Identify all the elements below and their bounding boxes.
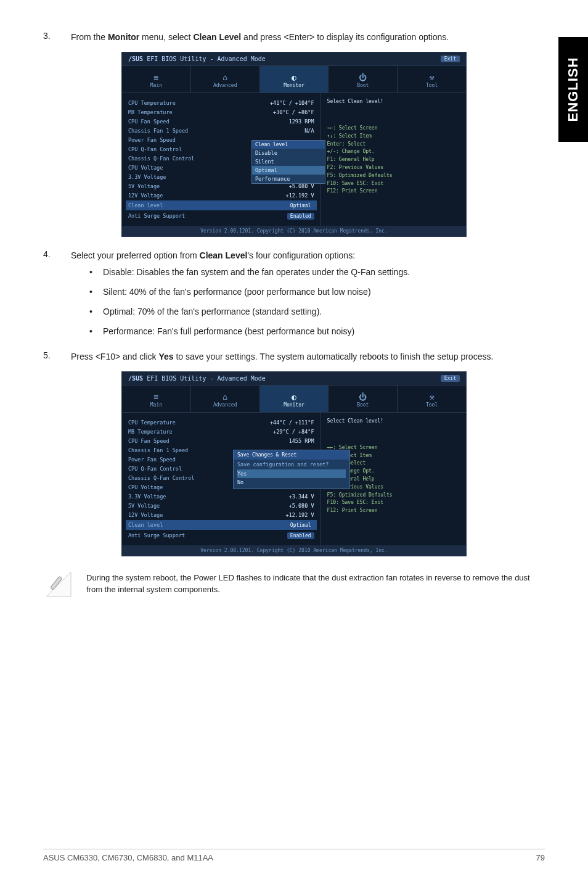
bios-row: MB Temperature+30°C / +86°F (128, 107, 314, 117)
dialog-message: Save configuration and reset? (237, 461, 346, 468)
step-4: 4. Select your preferred option from Cle… (43, 249, 545, 345)
gauge-icon: ◐ (292, 393, 296, 401)
bios-row: 3.3V Voltage+3.344 V (128, 492, 314, 501)
step-body: Select your preferred option from Clean … (71, 249, 545, 345)
tab-advanced[interactable]: ⌂Advanced (191, 386, 260, 412)
bios-help-pane: Select Clean level! →←: Select Screen↑↓:… (321, 93, 466, 226)
bios-tabs: ≡Main ⌂Advanced ◐Monitor ⏻Boot ⚒Tool (122, 386, 466, 413)
step-5: 5. Press <F10> and click Yes to save you… (43, 350, 545, 363)
tab-tool[interactable]: ⚒Tool (398, 66, 466, 93)
step-number: 4. (43, 249, 71, 345)
tab-tool[interactable]: ⚒Tool (398, 386, 466, 412)
help-line: F1: General Help (327, 156, 460, 164)
power-icon: ⏻ (359, 73, 367, 81)
save-confirm-dialog: Save Changes & Reset Save configuration … (233, 450, 350, 489)
bullet-item: Optimal: 70% of the fan's performance (s… (89, 305, 545, 318)
bios-version: Version 2.00.1201. Copyright (C) 2010 Am… (122, 545, 466, 556)
bios-version: Version 2.00.1201. Copyright (C) 2010 Am… (122, 226, 466, 236)
list-icon: ≡ (153, 393, 158, 401)
bios-screenshot-2: /SUS EFI BIOS Utility - Advanced Mode Ex… (121, 371, 467, 556)
bios-row: CPU Fan Speed1455 RPM (128, 436, 314, 445)
bios-tabs: ≡Main ⌂Advanced ◐Monitor ⏻Boot ⚒Tool (122, 66, 466, 93)
bios-header: /SUS EFI BIOS Utility - Advanced Mode Ex… (122, 372, 466, 386)
dropdown-option[interactable]: Silent (252, 157, 325, 166)
step-number: 5. (43, 350, 71, 363)
dropdown-option[interactable]: Performance (252, 175, 325, 183)
help-line: F5: Optimized Defaults (327, 172, 460, 180)
bios-screenshot-1: /SUS EFI BIOS Utility - Advanced Mode Ex… (121, 52, 467, 237)
step-number: 3. (43, 31, 71, 43)
bios-row: CPU Temperature+41°C / +104°F (128, 98, 314, 107)
chip-icon: ⌂ (223, 73, 227, 81)
step-3: 3. From the Monitor menu, select Clean L… (43, 31, 545, 43)
help-line: Enter: Select (327, 141, 460, 149)
help-line: F5: Optimized Defaults (327, 492, 460, 500)
tab-main[interactable]: ≡Main (122, 66, 191, 93)
tab-main[interactable]: ≡Main (122, 386, 191, 412)
gauge-icon: ◐ (292, 73, 296, 81)
help-line: F12: Print Screen (327, 188, 460, 196)
svg-marker-0 (46, 572, 71, 596)
dialog-option[interactable]: No (237, 478, 346, 487)
help-line: F10: Save ESC: Exit (327, 180, 460, 188)
tool-icon: ⚒ (430, 393, 435, 401)
step-body: From the Monitor menu, select Clean Leve… (71, 31, 545, 43)
exit-badge: Exit (441, 56, 460, 62)
clean-level-dropdown[interactable]: Clean level DisableSilentOptimalPerforma… (251, 140, 325, 184)
list-icon: ≡ (153, 73, 158, 81)
bios-row: 5V Voltage+5.080 V (128, 501, 314, 510)
bios-left-pane: CPU Temperature+44°C / +111°FMB Temperat… (122, 413, 321, 545)
help-line: F10: Save ESC: Exit (327, 499, 460, 507)
bios-row[interactable]: Clean levelOptimal (126, 200, 317, 210)
tab-boot[interactable]: ⏻Boot (329, 66, 398, 93)
help-line: F12: Print Screen (327, 507, 460, 515)
dropdown-option[interactable]: Disable (252, 149, 325, 157)
bios-row: CPU Temperature+44°C / +111°F (128, 418, 314, 427)
step-body: Press <F10> and click Yes to save your s… (71, 350, 545, 363)
tab-monitor[interactable]: ◐Monitor (260, 386, 329, 412)
power-icon: ⏻ (359, 393, 367, 401)
tab-advanced[interactable]: ⌂Advanced (191, 66, 260, 93)
bios-header: /SUS EFI BIOS Utility - Advanced Mode Ex… (122, 52, 466, 66)
footer-model: ASUS CM6330, CM6730, CM6830, and M11AA (43, 853, 213, 862)
dialog-title: Save Changes & Reset (234, 450, 349, 460)
bios-row: MB Temperature+29°C / +84°F (128, 427, 314, 436)
help-title: Select Clean level! (327, 418, 460, 426)
bullet-item: Disable: Disables the fan system and the… (89, 266, 545, 278)
dropdown-option[interactable]: Optimal (252, 166, 325, 175)
bios-row: 12V Voltage+12.192 V (128, 191, 314, 200)
bios-row: 12V Voltage+12.192 V (128, 510, 314, 519)
bios-row: Anti Surge SupportEnabled (128, 530, 314, 540)
help-line: ↑↓: Select Item (327, 133, 460, 141)
bullet-item: Silent: 40% of the fan's performance (po… (89, 286, 545, 298)
bios-row: Anti Surge SupportEnabled (128, 211, 314, 221)
bullet-item: Performance: Fan's full performance (bes… (89, 325, 545, 337)
exit-badge: Exit (441, 375, 460, 382)
note-callout: During the system reboot, the Power LED … (43, 569, 545, 600)
pencil-note-icon (43, 569, 74, 600)
page-footer: ASUS CM6330, CM6730, CM6830, and M11AA 7… (43, 849, 545, 862)
tab-monitor[interactable]: ◐Monitor (260, 66, 329, 93)
dialog-option[interactable]: Yes (237, 469, 346, 478)
bios-row[interactable]: Clean levelOptimal (126, 520, 317, 530)
tab-boot[interactable]: ⏻Boot (329, 386, 398, 412)
bios-row: CPU Fan Speed1293 RPM (128, 117, 314, 126)
help-line: F2: Previous Values (327, 164, 460, 172)
dropdown-title: Clean level (252, 141, 325, 149)
page-number: 79 (536, 853, 545, 862)
help-line: +/-: Change Opt. (327, 148, 460, 156)
chip-icon: ⌂ (223, 393, 227, 401)
tool-icon: ⚒ (430, 73, 435, 81)
help-title: Select Clean level! (327, 98, 460, 106)
help-line: →←: Select Screen (327, 125, 460, 133)
note-text: During the system reboot, the Power LED … (86, 569, 545, 596)
bios-left-pane: CPU Temperature+41°C / +104°FMB Temperat… (122, 93, 321, 226)
bios-row: Chassis Fan 1 SpeedN/A (128, 126, 314, 135)
